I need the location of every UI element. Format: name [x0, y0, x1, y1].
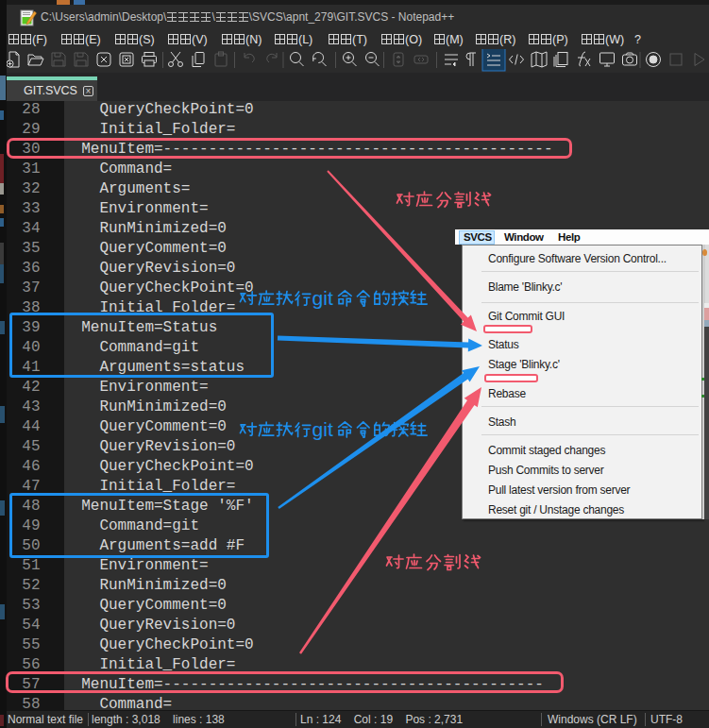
svg-text:git: git: [312, 418, 333, 440]
svg-text:git: git: [312, 287, 333, 309]
